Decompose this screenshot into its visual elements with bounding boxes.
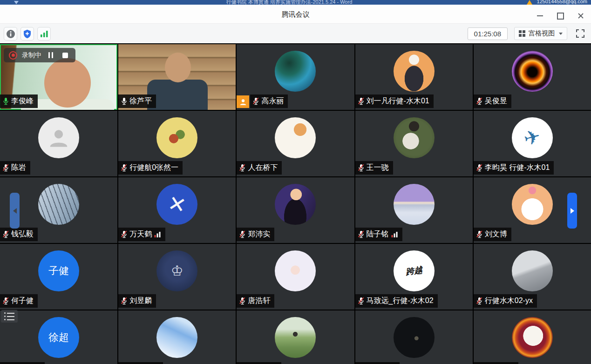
security-button[interactable] (20, 27, 34, 40)
participant-label (237, 362, 281, 364)
participant-cell[interactable]: 刘一凡行健-水木01 (355, 44, 473, 110)
network-signal-icon (40, 30, 48, 38)
avatar (156, 117, 197, 158)
avatar (512, 51, 553, 92)
avatar: 跨越 (394, 250, 435, 291)
participant-cell[interactable]: 陆子铭 (355, 177, 473, 243)
mic-muted-icon (239, 297, 245, 305)
participant-cell[interactable]: ♔刘昱麟 (118, 244, 236, 310)
participant-cell[interactable]: 郑沛实 (237, 177, 354, 243)
participant-cell[interactable]: 吴俊昱 (474, 44, 591, 110)
participant-cell[interactable]: 陈岩 (0, 111, 117, 176)
mic-muted-icon (476, 164, 482, 172)
network-quality-button[interactable] (37, 27, 51, 40)
participant-name: 行健水木02-yx (485, 296, 533, 306)
participant-cell[interactable]: 王一骁 (355, 111, 473, 176)
participant-cell[interactable]: 子健何子健 (0, 244, 117, 310)
record-dot-icon (9, 51, 17, 60)
participant-name: 吴俊昱 (485, 96, 507, 106)
participant-cell[interactable]: 跨越马致远_行健-水木02 (355, 244, 473, 310)
maximize-button[interactable] (557, 12, 564, 20)
mic-muted-icon (476, 297, 482, 305)
participant-cell[interactable]: ✈李昀昊 行健-水木01 (474, 111, 591, 176)
participant-cell[interactable] (474, 310, 591, 364)
meeting-toolbar: 01:25:08 宫格视图 (0, 23, 591, 43)
participant-label: 人在桥下 (237, 161, 282, 175)
list-icon (4, 312, 14, 314)
fullscreen-button[interactable] (574, 27, 586, 40)
participant-label: 刘一凡行健-水木01 (355, 94, 434, 108)
mic-muted-icon (253, 97, 259, 105)
participant-label: 徐芦平 (118, 94, 156, 108)
next-page-button[interactable] (567, 193, 577, 229)
mic-muted-icon (3, 230, 9, 238)
participant-name: 陆子铭 (367, 229, 389, 239)
participant-name: 何子健 (11, 296, 34, 306)
participant-name: 徐芦平 (129, 96, 152, 106)
mic-muted-icon (121, 230, 127, 238)
close-icon (577, 13, 584, 19)
participant-cell[interactable] (118, 310, 236, 364)
participant-cell[interactable]: 徐芦平 (118, 44, 236, 110)
participant-label: 刘文博 (474, 228, 511, 241)
person-icon (239, 98, 247, 106)
avatar (38, 117, 79, 158)
previous-page-button[interactable] (10, 193, 20, 229)
meeting-info-button[interactable] (4, 27, 17, 40)
participant-cell[interactable]: 李俊峰录制中 (0, 44, 117, 110)
participant-name: 刘文博 (485, 229, 507, 239)
app-title: 腾讯会议 (0, 10, 591, 19)
stop-recording-button[interactable] (62, 53, 68, 58)
participant-label: 何子健 (0, 294, 38, 308)
participant-cell[interactable] (237, 310, 354, 364)
meeting-timer: 01:25:08 (468, 27, 508, 40)
participant-cell[interactable] (355, 310, 473, 364)
participant-label: 李俊峰 (0, 94, 38, 108)
participant-label (118, 362, 163, 364)
avatar (394, 317, 435, 358)
participant-label (474, 362, 518, 364)
participant-cell[interactable]: 人在桥下 (237, 111, 354, 176)
background-word-titlebar[interactable]: 行健书院 本博贯通 培养实施管理办法-2021.5.24 - Word 1250… (0, 0, 591, 5)
participant-name: 万天鹤 (129, 229, 152, 239)
participant-label: 万天鹤 (118, 228, 165, 241)
participant-label: 唐浩轩 (237, 294, 274, 308)
participant-name: 马致远_行健-水木02 (367, 296, 434, 306)
avatar (38, 184, 79, 225)
avatar-glyph: 子健 (48, 266, 69, 276)
pause-recording-button[interactable] (46, 52, 55, 58)
grid-view-icon (519, 30, 525, 37)
account-email: 1250144558@qq.com (537, 0, 587, 4)
minimize-button[interactable] (536, 12, 543, 20)
avatar (275, 317, 316, 358)
participant-label: 郑沛实 (237, 228, 274, 241)
app-titlebar: 腾讯会议 (0, 5, 591, 23)
avatar (156, 317, 197, 358)
avatar: 子健 (38, 250, 79, 291)
participant-cell[interactable]: 高永丽 (237, 44, 354, 110)
avatar (394, 117, 435, 158)
participant-name: 钱弘毅 (11, 229, 34, 239)
participant-cell[interactable]: 行健水木02-yx (474, 244, 591, 310)
participant-cell[interactable]: 唐浩轩 (237, 244, 354, 310)
word-document-title: 行健书院 本博贯通 培养实施管理办法-2021.5.24 - Word (226, 0, 353, 5)
avatar: ♔ (156, 250, 197, 291)
avatar (275, 117, 316, 158)
view-selector[interactable]: 宫格视图 (514, 27, 567, 40)
host-person-badge (237, 95, 249, 108)
fullscreen-icon (576, 29, 584, 38)
participant-cell[interactable]: 行健航0张然一 (118, 111, 236, 176)
network-signal-icon (154, 231, 161, 237)
participant-name: 人在桥下 (248, 163, 278, 173)
avatar-glyph: ♔ (171, 264, 183, 278)
mic-muted-icon (358, 164, 364, 172)
info-icon (6, 29, 15, 39)
close-button[interactable] (577, 12, 584, 20)
participant-cell[interactable]: ✕万天鹤 (118, 177, 236, 243)
member-list-toggle[interactable] (1, 310, 18, 323)
security-shield-icon (23, 29, 32, 39)
avatar (512, 184, 553, 225)
participant-name: 陈岩 (11, 163, 26, 173)
participant-label (0, 362, 45, 364)
mic-muted-icon (239, 164, 245, 172)
